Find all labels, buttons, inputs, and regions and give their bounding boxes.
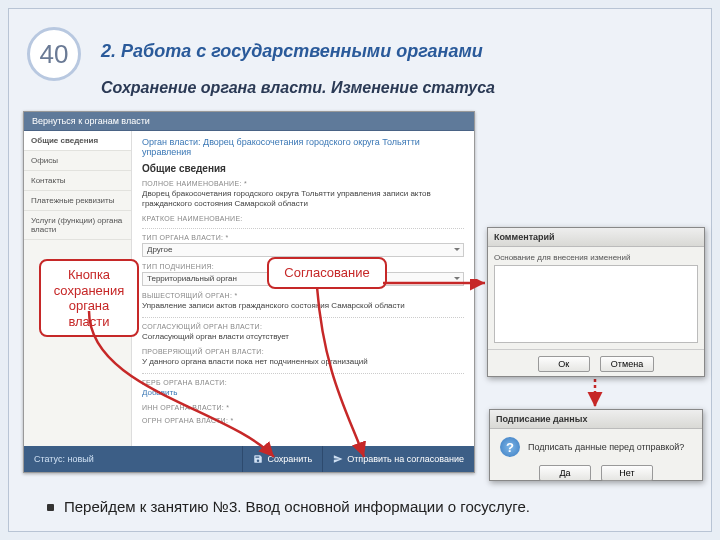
field-label-parent: ВЫШЕСТОЯЩИЙ ОРГАН: * (142, 292, 464, 299)
slide-subtitle: Сохранение органа власти. Изменение стат… (101, 79, 495, 97)
slide-title: 2. Работа с государственными органами (101, 41, 483, 62)
arrow-dialog-to-sign (585, 377, 605, 411)
dialog-sign: Подписание данных ? Подписать данные пер… (489, 409, 703, 481)
dialog-comment-cancel-button[interactable]: Отмена (600, 356, 654, 372)
dialog-sign-text: Подписать данные перед отправкой? (528, 442, 684, 452)
send-button-label: Отправить на согласование (347, 454, 464, 464)
field-label-full-name: ПОЛНОЕ НАИМЕНОВАНИЕ: * (142, 180, 464, 187)
dialog-sign-no-button[interactable]: Нет (601, 465, 653, 481)
dialog-comment-title: Комментарий (488, 228, 704, 247)
section-heading: Общие сведения (142, 163, 464, 174)
field-value-parent: Управление записи актов гражданского сос… (142, 301, 464, 311)
sidebar-item-payment[interactable]: Платежные реквизиты (24, 191, 131, 211)
back-link[interactable]: Вернуться к органам власти (24, 112, 474, 131)
footer-bar: Статус: новый Сохранить Отправить на сог… (24, 446, 474, 472)
save-button-label: Сохранить (267, 454, 312, 464)
field-label-approve: СОГЛАСУЮЩИЙ ОРГАН ВЛАСТИ: (142, 323, 464, 330)
field-value-gerb[interactable]: Добавить (142, 388, 464, 398)
dialog-sign-title: Подписание данных (490, 410, 702, 429)
field-label-inn: ИНН ОРГАНА ВЛАСТИ: * (142, 404, 464, 411)
save-button[interactable]: Сохранить (242, 446, 322, 472)
dialog-comment: Комментарий Основание для внесения измен… (487, 227, 705, 377)
field-label-review: ПРОВЕРЯЮЩИЙ ОРГАН ВЛАСТИ: (142, 348, 464, 355)
slide-number-badge: 40 (27, 27, 81, 81)
sidebar-item-services[interactable]: Услуги (функции) органа власти (24, 211, 131, 240)
dialog-comment-label: Основание для внесения изменений (494, 253, 698, 262)
field-value-full-name: Дворец бракосочетания городского округа … (142, 189, 464, 209)
field-select-type[interactable]: Другое (142, 243, 464, 257)
dialog-sign-yes-button[interactable]: Да (539, 465, 591, 481)
status-text: Статус: новый (24, 454, 104, 464)
field-value-review: У данного органа власти пока нет подчине… (142, 357, 464, 367)
callout-save: Кнопка сохранения органа власти (39, 259, 139, 337)
field-label-ogrn: ОГРН ОРГАНА ВЛАСТИ: * (142, 417, 464, 424)
save-icon (253, 454, 263, 464)
sidebar-item-general[interactable]: Общие сведения (24, 131, 131, 151)
slide-number: 40 (40, 39, 69, 70)
sidebar-item-contacts[interactable]: Контакты (24, 171, 131, 191)
dialog-comment-textarea[interactable] (494, 265, 698, 343)
dialog-comment-ok-button[interactable]: Ок (538, 356, 590, 372)
footer-note: Перейдем к занятию №3. Ввод основной инф… (47, 498, 530, 515)
field-label-type: ТИП ОРГАНА ВЛАСТИ: * (142, 234, 464, 241)
slide-frame: 40 2. Работа с государственными органами… (8, 8, 712, 532)
send-icon (333, 454, 343, 464)
question-icon: ? (500, 437, 520, 457)
breadcrumb: Орган власти: Дворец бракосочетания горо… (142, 137, 464, 157)
field-label-gerb: ГЕРБ ОРГАНА ВЛАСТИ: (142, 379, 464, 386)
send-approval-button[interactable]: Отправить на согласование (322, 446, 474, 472)
field-value-approve: Согласующий орган власти отсутствует (142, 332, 464, 342)
field-label-short-name: КРАТКОЕ НАИМЕНОВАНИЕ: (142, 215, 464, 222)
sidebar-item-offices[interactable]: Офисы (24, 151, 131, 171)
callout-approve: Согласование (267, 257, 387, 289)
